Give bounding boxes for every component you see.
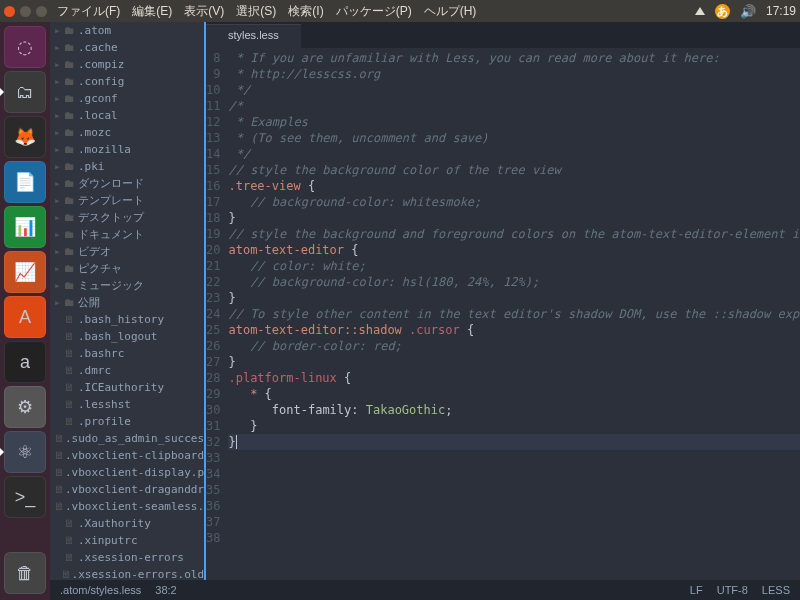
tree-file[interactable]: 🗎 .xsession-errors.old	[50, 566, 204, 580]
tree-file[interactable]: 🗎 .bashrc	[50, 345, 204, 362]
text-editor[interactable]: 8910111213141516171819202122232425262728…	[206, 48, 800, 580]
code-line[interactable]: // background-color: whitesmoke;	[228, 194, 800, 210]
status-grammar[interactable]: LESS	[762, 584, 790, 596]
tree-file[interactable]: 🗎 .Xauthority	[50, 515, 204, 532]
code-line[interactable]: }	[228, 210, 800, 226]
tree-file[interactable]: 🗎 .profile	[50, 413, 204, 430]
menu-item[interactable]: ヘルプ(H)	[424, 3, 477, 20]
tree-file[interactable]: 🗎 .vboxclient-clipboard.	[50, 447, 204, 464]
tree-folder[interactable]: ▸🖿 .gconf	[50, 90, 204, 107]
code-line[interactable]: // background-color: hsl(180, 24%, 12%);	[228, 274, 800, 290]
line-gutter: 8910111213141516171819202122232425262728…	[206, 48, 228, 580]
code-line[interactable]: }	[228, 418, 800, 434]
launcher-terminal[interactable]: >_	[4, 476, 46, 518]
code-line[interactable]: }	[228, 354, 800, 370]
tree-folder[interactable]: ▸🖿 .local	[50, 107, 204, 124]
window-controls	[4, 6, 47, 17]
launcher-files[interactable]: 🗂	[4, 71, 46, 113]
menu-item[interactable]: ファイル(F)	[57, 3, 120, 20]
launcher-amazon[interactable]: a	[4, 341, 46, 383]
launcher-software[interactable]: A	[4, 296, 46, 338]
tree-file[interactable]: 🗎 .vboxclient-draganddrc	[50, 481, 204, 498]
code-line[interactable]: font-family: TakaoGothic;	[228, 402, 800, 418]
launcher-firefox[interactable]: 🦊	[4, 116, 46, 158]
editor-pane: styles.less 8910111213141516171819202122…	[204, 22, 800, 580]
tree-folder[interactable]: ▸🖿 デスクトップ	[50, 209, 204, 226]
code-line[interactable]: atom-text-editor::shadow .cursor {	[228, 322, 800, 338]
tree-folder[interactable]: ▸🖿 ピクチャ	[50, 260, 204, 277]
launcher-atom[interactable]: ⚛	[4, 431, 46, 473]
code-line[interactable]: * {	[228, 386, 800, 402]
close-window-button[interactable]	[4, 6, 15, 17]
maximize-window-button[interactable]	[36, 6, 47, 17]
launcher-trash[interactable]: 🗑	[4, 552, 46, 594]
code-line[interactable]: * http://lesscss.org	[228, 66, 800, 82]
tab-styles-less[interactable]: styles.less	[206, 24, 301, 48]
status-cursor-pos[interactable]: 38:2	[155, 584, 176, 596]
code-line[interactable]: atom-text-editor {	[228, 242, 800, 258]
tree-folder[interactable]: ▸🖿 ミュージック	[50, 277, 204, 294]
input-method-icon[interactable]: あ	[715, 4, 730, 19]
tree-file[interactable]: 🗎 .ICEauthority	[50, 379, 204, 396]
network-icon[interactable]	[695, 7, 705, 15]
tree-folder[interactable]: ▸🖿 テンプレート	[50, 192, 204, 209]
tree-file[interactable]: 🗎 .vboxclient-display.pi	[50, 464, 204, 481]
tree-file[interactable]: 🗎 .xsession-errors	[50, 549, 204, 566]
tab-bar[interactable]: styles.less	[206, 22, 800, 48]
menu-item[interactable]: 表示(V)	[184, 3, 224, 20]
code-line[interactable]: * (To see them, uncomment and save)	[228, 130, 800, 146]
status-encoding[interactable]: UTF-8	[717, 584, 748, 596]
code-line[interactable]: */	[228, 146, 800, 162]
launcher-settings[interactable]: ⚙	[4, 386, 46, 428]
status-file-path[interactable]: .atom/styles.less	[60, 584, 141, 596]
tree-folder[interactable]: ▸🖿 .config	[50, 73, 204, 90]
top-menu-bar: ファイル(F)編集(E)表示(V)選択(S)検索(I)パッケージ(P)ヘルプ(H…	[0, 0, 800, 22]
code-line[interactable]: .platform-linux {	[228, 370, 800, 386]
tree-file[interactable]: 🗎 .sudo_as_admin_success	[50, 430, 204, 447]
launcher-writer[interactable]: 📄	[4, 161, 46, 203]
menu-item[interactable]: 選択(S)	[236, 3, 276, 20]
tree-file[interactable]: 🗎 .dmrc	[50, 362, 204, 379]
tree-file[interactable]: 🗎 .vboxclient-seamless.r	[50, 498, 204, 515]
code-line[interactable]: * If you are unfamiliar with Less, you c…	[228, 50, 800, 66]
code-line[interactable]: }	[228, 290, 800, 306]
code-line[interactable]: .tree-view {	[228, 178, 800, 194]
tree-folder[interactable]: ▸🖿 ドキュメント	[50, 226, 204, 243]
code-line[interactable]: * Examples	[228, 114, 800, 130]
tree-file[interactable]: 🗎 .lesshst	[50, 396, 204, 413]
tree-folder[interactable]: ▸🖿 .atom	[50, 22, 204, 39]
code-line[interactable]: /*	[228, 98, 800, 114]
tree-folder[interactable]: ▸🖿 .pki	[50, 158, 204, 175]
tree-file[interactable]: 🗎 .bash_history	[50, 311, 204, 328]
code-lines[interactable]: * If you are unfamiliar with Less, you c…	[228, 48, 800, 580]
tree-view[interactable]: ▸🖿 .atom▸🖿 .cache▸🖿 .compiz▸🖿 .config▸🖿 …	[50, 22, 204, 580]
code-line[interactable]: // style the background color of the tre…	[228, 162, 800, 178]
launcher-calc[interactable]: 📊	[4, 206, 46, 248]
status-bar: .atom/styles.less 38:2 LF UTF-8 LESS	[50, 580, 800, 600]
code-line[interactable]: // style the background and foreground c…	[228, 226, 800, 242]
tree-file[interactable]: 🗎 .xinputrc	[50, 532, 204, 549]
launcher-impress[interactable]: 📈	[4, 251, 46, 293]
code-line[interactable]: // color: white;	[228, 258, 800, 274]
tree-folder[interactable]: ▸🖿 公開	[50, 294, 204, 311]
tree-folder[interactable]: ▸🖿 ダウンロード	[50, 175, 204, 192]
tree-folder[interactable]: ▸🖿 ビデオ	[50, 243, 204, 260]
code-line[interactable]: // border-color: red;	[228, 338, 800, 354]
volume-icon[interactable]: 🔊	[740, 4, 756, 19]
unity-launcher: ◌🗂🦊📄📊📈Aa⚙⚛>_🗑	[0, 22, 50, 600]
launcher-dash[interactable]: ◌	[4, 26, 46, 68]
tree-folder[interactable]: ▸🖿 .compiz	[50, 56, 204, 73]
menu-item[interactable]: 編集(E)	[132, 3, 172, 20]
status-line-ending[interactable]: LF	[690, 584, 703, 596]
tree-folder[interactable]: ▸🖿 .cache	[50, 39, 204, 56]
clock[interactable]: 17:19	[766, 4, 796, 18]
code-line[interactable]: */	[228, 82, 800, 98]
menu-item[interactable]: 検索(I)	[288, 3, 323, 20]
code-line[interactable]: }	[228, 434, 800, 450]
code-line[interactable]: // To style other content in the text ed…	[228, 306, 800, 322]
tree-folder[interactable]: ▸🖿 .mozc	[50, 124, 204, 141]
minimize-window-button[interactable]	[20, 6, 31, 17]
menu-item[interactable]: パッケージ(P)	[336, 3, 412, 20]
tree-file[interactable]: 🗎 .bash_logout	[50, 328, 204, 345]
tree-folder[interactable]: ▸🖿 .mozilla	[50, 141, 204, 158]
